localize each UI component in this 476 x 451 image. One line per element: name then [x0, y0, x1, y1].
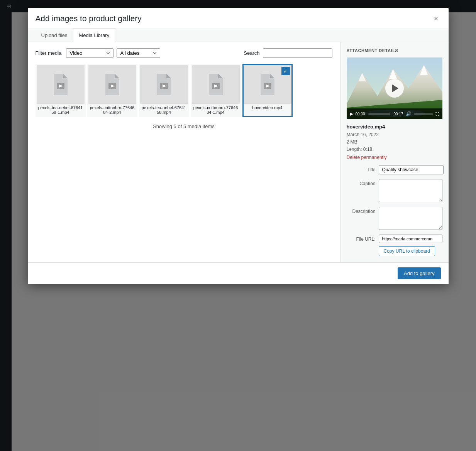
attachment-panel: ATTACHMENT DETAILS [340, 42, 449, 262]
filter-type-select[interactable]: Video Images Audio All media items [66, 48, 113, 58]
caption-textarea[interactable] [379, 179, 442, 202]
description-textarea[interactable] [379, 207, 442, 230]
file-info: hovervideo.mp4 March 16, 2022 2 MB Lengt… [347, 124, 442, 160]
selected-checkmark: ✓ [281, 67, 290, 75]
title-input[interactable] [379, 165, 444, 174]
media-thumb-4 [192, 65, 240, 104]
play-pause-button[interactable]: ▶ [349, 111, 354, 117]
tab-media-library[interactable]: Media Library [73, 28, 115, 42]
file-url-row: File URL: [347, 235, 442, 243]
filter-bar: Filter media Video Images Audio All medi… [36, 48, 332, 58]
attachment-preview: ▶ 00:00 00:17 🔊 ⛶ [347, 57, 442, 119]
file-length: Length: 0:18 [347, 146, 442, 153]
description-field-row: Description [347, 207, 442, 230]
file-url-label: File URL: [347, 235, 376, 242]
media-item-3[interactable]: pexels-tea-oebel-6764158.mp4 [139, 64, 189, 117]
media-grid: pexels-tea-oebel-6764158-1.mp4 pexels-co… [36, 64, 332, 117]
media-thumb-3 [140, 65, 188, 104]
media-item-4[interactable]: pexels-cottonbro-7764684-1.mp4 [191, 64, 241, 117]
media-item-1[interactable]: pexels-tea-oebel-6764158-1.mp4 [36, 64, 86, 117]
video-progress-bar[interactable] [368, 113, 391, 115]
media-item-2[interactable]: pexels-cottonbro-7764684-2.mp4 [87, 64, 137, 117]
media-item-name-2: pexels-cottonbro-7764684-2.mp4 [88, 104, 136, 116]
media-item-name-5: hovervideo.mp4 [244, 104, 291, 111]
mute-button[interactable]: 🔊 [405, 111, 412, 117]
time-total: 00:17 [393, 112, 403, 116]
tab-upload[interactable]: Upload files [36, 28, 73, 42]
video-file-icon-1 [51, 74, 70, 95]
media-thumb-2 [88, 65, 136, 104]
title-field-row: Title [347, 165, 442, 174]
description-label: Description [347, 207, 376, 214]
search-label: Search [244, 50, 259, 56]
modal-footer: Add to gallery [28, 262, 449, 284]
modal-body: Filter media Video Images Audio All medi… [28, 42, 449, 262]
video-file-icon-2 [103, 74, 122, 95]
file-size: 2 MB [347, 139, 442, 146]
close-button[interactable]: × [432, 14, 441, 23]
search-input[interactable] [263, 48, 332, 58]
media-item-name-1: pexels-tea-oebel-6764158-1.mp4 [37, 104, 85, 116]
modal-title: Add images to product gallery [36, 14, 142, 23]
caption-label: Caption [347, 179, 376, 186]
delete-permanently-link[interactable]: Delete permanently [347, 155, 387, 160]
volume-bar[interactable] [414, 113, 433, 115]
filter-date-select[interactable]: All dates January 2024 March 2022 [117, 48, 160, 58]
copy-url-button[interactable]: Copy URL to clipboard [379, 246, 435, 256]
modal-header: Add images to product gallery × [28, 8, 449, 28]
modal: Add images to product gallery × Upload f… [28, 8, 449, 284]
search-area: Search [244, 48, 332, 58]
file-date: March 16, 2022 [347, 131, 442, 139]
video-controls: ▶ 00:00 00:17 🔊 ⛶ [347, 108, 442, 119]
filter-label: Filter media [36, 50, 62, 56]
media-item-name-3: pexels-tea-oebel-6764158.mp4 [140, 104, 188, 116]
caption-field-row: Caption [347, 179, 442, 202]
video-file-icon-5 [258, 74, 277, 95]
play-button[interactable] [385, 79, 404, 98]
media-item-5[interactable]: ✓ hovervideo.mp4 [242, 64, 293, 117]
media-panel: Filter media Video Images Audio All medi… [28, 42, 340, 262]
modal-tabs: Upload files Media Library [28, 28, 449, 42]
media-count: Showing 5 of 5 media items [36, 123, 332, 129]
time-current: 00:00 [356, 112, 365, 116]
media-item-name-4: pexels-cottonbro-7764684-1.mp4 [192, 104, 240, 116]
attachment-panel-title: ATTACHMENT DETAILS [347, 48, 442, 53]
file-url-input[interactable] [379, 235, 442, 243]
video-file-icon-3 [155, 74, 173, 95]
modal-overlay: Add images to product gallery × Upload f… [0, 0, 476, 451]
add-to-gallery-button[interactable]: Add to gallery [398, 267, 441, 279]
media-thumb-1 [37, 65, 85, 104]
title-label: Title [347, 165, 376, 172]
video-file-icon-4 [207, 74, 225, 95]
fullscreen-button[interactable]: ⛶ [435, 112, 440, 116]
file-name: hovervideo.mp4 [347, 124, 442, 130]
